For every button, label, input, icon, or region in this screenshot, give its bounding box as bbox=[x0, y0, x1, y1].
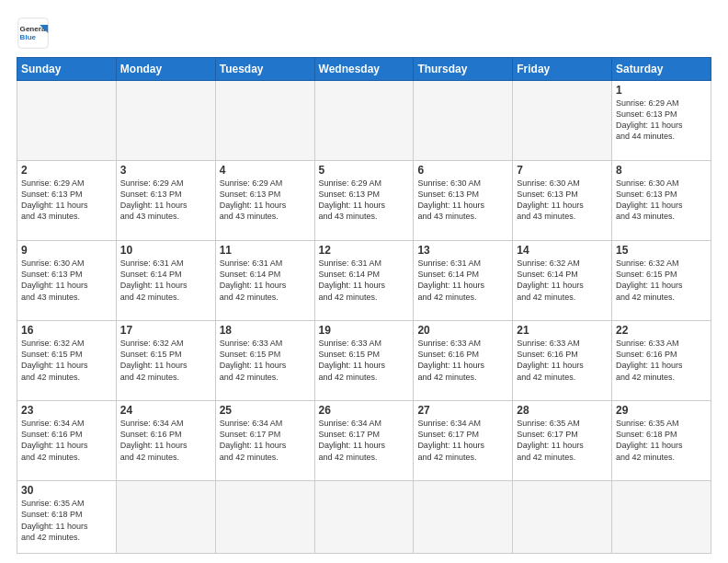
day-number: 11 bbox=[220, 244, 311, 257]
calendar-cell: 20Sunrise: 6:33 AM Sunset: 6:16 PM Dayli… bbox=[414, 321, 513, 401]
day-number: 12 bbox=[319, 244, 410, 257]
day-number: 18 bbox=[220, 324, 311, 337]
calendar-cell: 21Sunrise: 6:33 AM Sunset: 6:16 PM Dayli… bbox=[513, 321, 612, 401]
calendar-cell: 17Sunrise: 6:32 AM Sunset: 6:15 PM Dayli… bbox=[116, 321, 215, 401]
calendar-cell bbox=[513, 481, 612, 554]
calendar-cell: 9Sunrise: 6:30 AM Sunset: 6:13 PM Daylig… bbox=[17, 241, 117, 321]
calendar-header-thursday: Thursday bbox=[414, 58, 513, 81]
calendar-header-sunday: Sunday bbox=[17, 58, 117, 81]
calendar-cell: 5Sunrise: 6:29 AM Sunset: 6:13 PM Daylig… bbox=[314, 161, 414, 241]
day-info: Sunrise: 6:30 AM Sunset: 6:13 PM Dayligh… bbox=[417, 178, 508, 223]
calendar-cell bbox=[612, 481, 711, 554]
calendar-week-5: 23Sunrise: 6:34 AM Sunset: 6:16 PM Dayli… bbox=[17, 401, 711, 481]
day-number: 1 bbox=[616, 84, 707, 97]
day-info: Sunrise: 6:34 AM Sunset: 6:16 PM Dayligh… bbox=[120, 418, 211, 463]
calendar-header-row: SundayMondayTuesdayWednesdayThursdayFrid… bbox=[17, 58, 711, 81]
day-info: Sunrise: 6:32 AM Sunset: 6:15 PM Dayligh… bbox=[120, 338, 211, 383]
day-number: 21 bbox=[517, 324, 608, 337]
day-info: Sunrise: 6:29 AM Sunset: 6:13 PM Dayligh… bbox=[220, 178, 311, 223]
calendar-table: SundayMondayTuesdayWednesdayThursdayFrid… bbox=[17, 57, 711, 554]
day-info: Sunrise: 6:34 AM Sunset: 6:17 PM Dayligh… bbox=[417, 418, 508, 463]
day-number: 14 bbox=[517, 244, 608, 257]
day-number: 24 bbox=[120, 404, 211, 417]
calendar-header-monday: Monday bbox=[116, 58, 215, 81]
calendar-header-friday: Friday bbox=[513, 58, 612, 81]
calendar-header-tuesday: Tuesday bbox=[215, 58, 314, 81]
day-info: Sunrise: 6:33 AM Sunset: 6:15 PM Dayligh… bbox=[220, 338, 311, 383]
calendar-cell: 13Sunrise: 6:31 AM Sunset: 6:14 PM Dayli… bbox=[414, 241, 513, 321]
calendar-week-1: 1Sunrise: 6:29 AM Sunset: 6:13 PM Daylig… bbox=[17, 81, 711, 161]
calendar-cell bbox=[17, 81, 117, 161]
calendar-week-3: 9Sunrise: 6:30 AM Sunset: 6:13 PM Daylig… bbox=[17, 241, 711, 321]
day-info: Sunrise: 6:32 AM Sunset: 6:15 PM Dayligh… bbox=[21, 338, 112, 383]
day-info: Sunrise: 6:32 AM Sunset: 6:14 PM Dayligh… bbox=[517, 258, 608, 303]
day-info: Sunrise: 6:33 AM Sunset: 6:16 PM Dayligh… bbox=[517, 338, 608, 383]
day-number: 10 bbox=[120, 244, 211, 257]
calendar-cell bbox=[414, 481, 513, 554]
calendar-cell: 2Sunrise: 6:29 AM Sunset: 6:13 PM Daylig… bbox=[17, 161, 117, 241]
logo: General Blue bbox=[17, 17, 50, 50]
calendar-cell: 30Sunrise: 6:35 AM Sunset: 6:18 PM Dayli… bbox=[17, 481, 117, 554]
day-info: Sunrise: 6:31 AM Sunset: 6:14 PM Dayligh… bbox=[220, 258, 311, 303]
day-number: 30 bbox=[21, 484, 112, 497]
calendar-cell: 24Sunrise: 6:34 AM Sunset: 6:16 PM Dayli… bbox=[116, 401, 215, 481]
day-info: Sunrise: 6:29 AM Sunset: 6:13 PM Dayligh… bbox=[616, 98, 707, 143]
day-info: Sunrise: 6:31 AM Sunset: 6:14 PM Dayligh… bbox=[417, 258, 508, 303]
calendar-header-saturday: Saturday bbox=[612, 58, 711, 81]
day-info: Sunrise: 6:31 AM Sunset: 6:14 PM Dayligh… bbox=[319, 258, 410, 303]
calendar-cell: 14Sunrise: 6:32 AM Sunset: 6:14 PM Dayli… bbox=[513, 241, 612, 321]
day-number: 22 bbox=[616, 324, 707, 337]
day-number: 23 bbox=[21, 404, 112, 417]
day-info: Sunrise: 6:29 AM Sunset: 6:13 PM Dayligh… bbox=[21, 178, 112, 223]
day-info: Sunrise: 6:30 AM Sunset: 6:13 PM Dayligh… bbox=[21, 258, 112, 303]
calendar-cell: 7Sunrise: 6:30 AM Sunset: 6:13 PM Daylig… bbox=[513, 161, 612, 241]
logo-icon: General Blue bbox=[17, 17, 50, 50]
day-number: 8 bbox=[616, 164, 707, 177]
day-number: 29 bbox=[616, 404, 707, 417]
day-info: Sunrise: 6:33 AM Sunset: 6:16 PM Dayligh… bbox=[417, 338, 508, 383]
calendar-cell bbox=[116, 481, 215, 554]
calendar-cell: 8Sunrise: 6:30 AM Sunset: 6:13 PM Daylig… bbox=[612, 161, 711, 241]
calendar-cell: 1Sunrise: 6:29 AM Sunset: 6:13 PM Daylig… bbox=[612, 81, 711, 161]
day-number: 19 bbox=[319, 324, 410, 337]
day-number: 15 bbox=[616, 244, 707, 257]
day-number: 3 bbox=[120, 164, 211, 177]
day-info: Sunrise: 6:34 AM Sunset: 6:16 PM Dayligh… bbox=[21, 418, 112, 463]
day-number: 5 bbox=[319, 164, 410, 177]
day-info: Sunrise: 6:33 AM Sunset: 6:15 PM Dayligh… bbox=[319, 338, 410, 383]
calendar-cell: 15Sunrise: 6:32 AM Sunset: 6:15 PM Dayli… bbox=[612, 241, 711, 321]
calendar-cell: 10Sunrise: 6:31 AM Sunset: 6:14 PM Dayli… bbox=[116, 241, 215, 321]
calendar-header-wednesday: Wednesday bbox=[314, 58, 414, 81]
day-info: Sunrise: 6:34 AM Sunset: 6:17 PM Dayligh… bbox=[220, 418, 311, 463]
page: General Blue SundayMondayTuesdayWednesda… bbox=[0, 0, 728, 563]
calendar-cell bbox=[215, 81, 314, 161]
calendar-cell: 25Sunrise: 6:34 AM Sunset: 6:17 PM Dayli… bbox=[215, 401, 314, 481]
header: General Blue bbox=[17, 17, 711, 50]
day-number: 4 bbox=[220, 164, 311, 177]
calendar-cell: 11Sunrise: 6:31 AM Sunset: 6:14 PM Dayli… bbox=[215, 241, 314, 321]
calendar-cell bbox=[513, 81, 612, 161]
svg-text:Blue: Blue bbox=[20, 33, 37, 41]
day-number: 20 bbox=[417, 324, 508, 337]
day-number: 17 bbox=[120, 324, 211, 337]
day-number: 9 bbox=[21, 244, 112, 257]
day-number: 28 bbox=[517, 404, 608, 417]
calendar-cell: 4Sunrise: 6:29 AM Sunset: 6:13 PM Daylig… bbox=[215, 161, 314, 241]
day-number: 25 bbox=[220, 404, 311, 417]
day-info: Sunrise: 6:32 AM Sunset: 6:15 PM Dayligh… bbox=[616, 258, 707, 303]
calendar-week-4: 16Sunrise: 6:32 AM Sunset: 6:15 PM Dayli… bbox=[17, 321, 711, 401]
day-info: Sunrise: 6:29 AM Sunset: 6:13 PM Dayligh… bbox=[319, 178, 410, 223]
day-number: 13 bbox=[417, 244, 508, 257]
calendar-cell: 6Sunrise: 6:30 AM Sunset: 6:13 PM Daylig… bbox=[414, 161, 513, 241]
calendar-cell: 18Sunrise: 6:33 AM Sunset: 6:15 PM Dayli… bbox=[215, 321, 314, 401]
calendar-cell bbox=[215, 481, 314, 554]
day-number: 16 bbox=[21, 324, 112, 337]
calendar-week-6: 30Sunrise: 6:35 AM Sunset: 6:18 PM Dayli… bbox=[17, 481, 711, 554]
calendar-cell: 22Sunrise: 6:33 AM Sunset: 6:16 PM Dayli… bbox=[612, 321, 711, 401]
calendar-cell bbox=[314, 81, 414, 161]
day-number: 7 bbox=[517, 164, 608, 177]
day-number: 27 bbox=[417, 404, 508, 417]
day-info: Sunrise: 6:29 AM Sunset: 6:13 PM Dayligh… bbox=[120, 178, 211, 223]
calendar-cell: 26Sunrise: 6:34 AM Sunset: 6:17 PM Dayli… bbox=[314, 401, 414, 481]
day-info: Sunrise: 6:35 AM Sunset: 6:17 PM Dayligh… bbox=[517, 418, 608, 463]
